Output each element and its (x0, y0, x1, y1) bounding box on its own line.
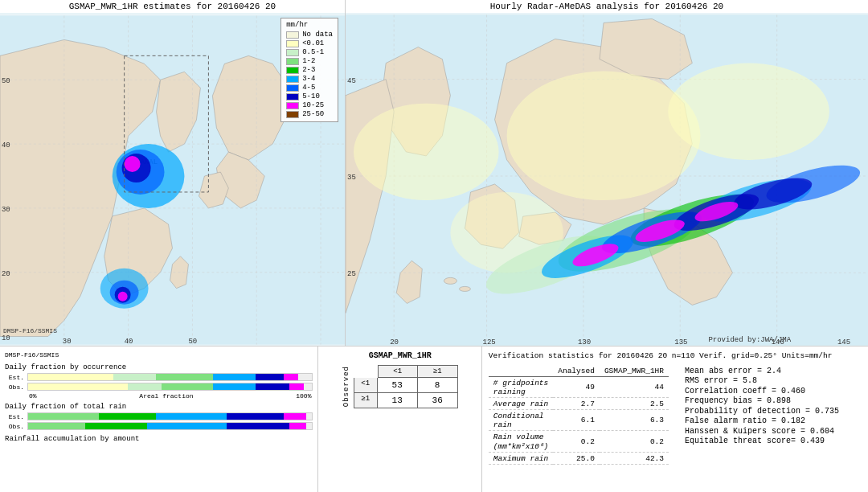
svg-point-49 (354, 104, 499, 200)
stat-freq-bias: Frequency bias = 0.898 (685, 396, 862, 405)
bar-container-obs1 (27, 383, 313, 391)
svg-text:50: 50 (2, 77, 10, 85)
stat-hk: Hanssen & Kuipers score = 0.604 (685, 427, 862, 436)
th-gsmap: GSMAP_MWR_1HR (600, 365, 669, 377)
chart2-obs-bar: Obs. (5, 422, 313, 430)
svg-text:35: 35 (347, 173, 356, 182)
ct-row-1: <1 53 8 (354, 378, 458, 393)
bar-container-obs2 (27, 422, 313, 430)
svg-text:10: 10 (2, 334, 10, 342)
obs-label-1: Obs. (5, 383, 24, 391)
ct-val-lt1-gte1: 8 (418, 378, 458, 393)
val-maxrain-analysed: 25.0 (553, 453, 600, 465)
row-label-gridpoints: # gridpoints raining (489, 377, 553, 398)
bar-container-est1 (27, 373, 313, 381)
est-label-1: Est. (5, 374, 24, 381)
svg-text:Provided by:JWA/JMA: Provided by:JWA/JMA (708, 335, 791, 344)
verif-stats-section: Mean abs error = 2.4 RMS error = 5.8 Cor… (685, 365, 862, 465)
ct-col-gte1: ≥1 (418, 365, 458, 378)
svg-text:40: 40 (2, 141, 10, 150)
x-axis-labels-1: 0% Areal fraction 100% (27, 392, 313, 400)
svg-text:25: 25 (347, 269, 356, 278)
bottom-left-charts: DMSP-F16/SSMIS Daily fraction by occurre… (0, 346, 318, 492)
val-avgrain-gsmap: 2.5 (600, 398, 669, 410)
obs-label-2: Obs. (5, 423, 24, 430)
right-map-panel: Hourly Radar-AMeDAS analysis for 2016042… (346, 0, 868, 346)
ct-val-gte1-gte1: 36 (418, 393, 458, 408)
stat-pod: Probability of detection = 0.735 (685, 407, 862, 416)
chart2-title: Daily fraction of total rain (5, 403, 313, 411)
ct-row-2: ≥1 13 36 (354, 393, 458, 408)
observed-label: Observed (342, 366, 350, 407)
legend-item-05-1: 0.5-1 (286, 48, 333, 56)
row-label-avgrain: Average rain (489, 398, 553, 410)
svg-text:20: 20 (2, 270, 10, 278)
table-row: Conditional rain 6.1 6.3 (489, 410, 669, 431)
bar-container-est2 (27, 412, 313, 420)
row-label-condrain: Conditional rain (489, 410, 553, 431)
svg-text:45: 45 (347, 76, 356, 85)
stat-ets: Equitable threat score= 0.439 (685, 437, 862, 445)
chart2-est-bar: Est. (5, 412, 313, 420)
legend-item-4-5: 4-5 (286, 84, 333, 92)
legend-item-2-3: 2-3 (286, 66, 333, 74)
table-row: Average rain 2.7 2.5 (489, 398, 669, 410)
chart3-title: Rainfall accumulation by amount (5, 435, 313, 443)
contingency-wrapper: Observed <1 ≥1 <1 53 8 (323, 365, 476, 408)
table-wrapper: <1 ≥1 <1 53 8 ≥1 13 36 (354, 365, 458, 408)
val-rainvol-analysed: 0.2 (553, 431, 600, 453)
table-row: # gridpoints raining 49 44 (489, 377, 669, 398)
contingency-layout: Observed <1 ≥1 <1 53 8 (342, 365, 458, 408)
verif-table-section: Analysed GSMAP_MWR_1HR # gridpoints rain… (489, 365, 669, 465)
legend-item-lt001: <0.01 (286, 39, 333, 47)
chart1-est-bar: Est. (5, 373, 313, 381)
ct-val-lt1-lt1: 53 (378, 378, 418, 393)
chart2-section: Daily fraction of total rain Est. Obs. (5, 403, 313, 432)
main-container: GSMAP_MWR_1HR estimates for 20160426 20 … (0, 0, 868, 492)
chart1-obs-bar: Obs. (5, 383, 313, 391)
svg-text:135: 135 (674, 338, 687, 346)
legend-item-nodata: No data (286, 31, 333, 39)
right-map-svg: 45 35 25 20 125 130 135 140 145 (346, 14, 868, 346)
row-label-maxrain: Maximum rain (489, 453, 553, 465)
th-analysed: Analysed (553, 365, 600, 377)
left-map-panel: GSMAP_MWR_1HR estimates for 20160426 20 … (0, 0, 346, 346)
stat-rms: RMS error = 5.8 (685, 376, 862, 385)
row-label-rainvol: Rain volume (mm*km²x10⁶) (489, 431, 553, 453)
table-row: Rain volume (mm*km²x10⁶) 0.2 0.2 (489, 431, 669, 453)
chart1-section: Daily fraction by occurrence Est. Obs. (5, 363, 313, 400)
ct-row-gte1: ≥1 (354, 393, 378, 408)
val-maxrain-gsmap: 42.3 (600, 453, 669, 465)
chart1-title: Daily fraction by occurrence (5, 363, 313, 371)
val-gridpoints-analysed: 49 (553, 377, 600, 398)
th-label (489, 365, 553, 377)
right-map-title: Hourly Radar-AMeDAS analysis for 2016042… (346, 0, 868, 13)
contingency-table-section: GSMAP_MWR_1HR Observed <1 ≥1 <1 (318, 346, 481, 492)
val-gridpoints-gsmap: 44 (600, 377, 669, 398)
verification-section: Verification statistics for 20160426 20 … (482, 346, 868, 492)
svg-text:50: 50 (188, 338, 197, 346)
legend-item-5-10: 5-10 (286, 92, 333, 100)
ct-row-lt1: <1 (354, 378, 378, 393)
svg-point-22 (125, 156, 141, 172)
ct-col-lt1: <1 (378, 365, 418, 378)
svg-point-50 (507, 72, 701, 200)
svg-point-51 (668, 64, 829, 160)
contingency-title: GSMAP_MWR_1HR (323, 351, 476, 360)
legend-item-25-50: 25-50 (286, 110, 333, 118)
top-row: GSMAP_MWR_1HR estimates for 20160426 20 … (0, 0, 868, 346)
svg-text:125: 125 (483, 338, 496, 346)
legend-item-10-25: 10-25 (286, 101, 333, 109)
satellite-label-bottom: DMSP-F16/SSMIS (5, 351, 313, 359)
svg-point-26 (118, 292, 128, 301)
svg-point-30 (444, 277, 457, 284)
val-condrain-analysed: 6.1 (553, 410, 600, 431)
val-condrain-gsmap: 6.3 (600, 410, 669, 431)
ct-header-row: <1 ≥1 (378, 365, 458, 378)
bottom-row: DMSP-F16/SSMIS Daily fraction by occurre… (0, 346, 868, 492)
stat-corr: Correlation coeff = 0.460 (685, 387, 862, 396)
right-map-canvas: 45 35 25 20 125 130 135 140 145 (346, 14, 868, 346)
table-row: Maximum rain 25.0 42.3 (489, 453, 669, 465)
chart3-section: Rainfall accumulation by amount (5, 435, 313, 445)
ct-val-gte1-lt1: 13 (378, 393, 418, 408)
